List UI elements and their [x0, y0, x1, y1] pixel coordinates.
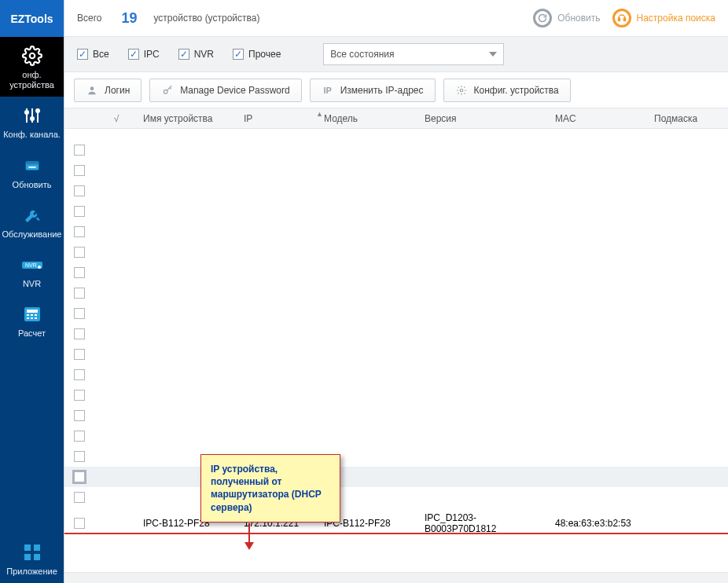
table-row[interactable] — [64, 160, 728, 181]
table-row[interactable] — [64, 283, 728, 303]
row-checkbox[interactable] — [74, 165, 85, 176]
filter-bar: Все IPC NVR Прочее Все состояния — [64, 37, 728, 72]
row-checkbox[interactable] — [74, 247, 85, 258]
table-row[interactable] — [64, 222, 728, 242]
table-row[interactable] — [64, 487, 728, 508]
row-checkbox[interactable] — [74, 518, 85, 529]
filter-nvr-checkbox[interactable]: NVR — [178, 49, 214, 60]
sidebar-item-app[interactable]: Приложение — [0, 534, 64, 583]
column-ip[interactable]: IP — [239, 113, 319, 124]
column-mac[interactable]: MAC — [550, 113, 649, 124]
row-checkbox[interactable] — [74, 288, 85, 299]
filter-label: Прочее — [248, 49, 281, 60]
svg-rect-25 — [618, 18, 620, 21]
table-row[interactable] — [64, 181, 728, 201]
button-label: Изменить IP-адрес — [340, 85, 424, 96]
table-row[interactable] — [64, 365, 728, 385]
table-row-device[interactable]: IPC-B112-PF28 172.10.1.221 IPC-B112-PF28… — [64, 514, 728, 534]
search-settings-button[interactable]: Настройка поиска — [612, 8, 715, 28]
table-row[interactable] — [64, 201, 728, 222]
row-checkbox[interactable] — [74, 390, 85, 401]
svg-rect-9 — [28, 166, 35, 167]
change-ip-button[interactable]: IP Изменить IP-адрес — [310, 79, 436, 102]
device-config-button[interactable]: Конфиг. устройства — [443, 79, 571, 102]
row-checkbox[interactable] — [74, 145, 85, 156]
column-model[interactable]: Модель — [319, 113, 420, 124]
app-logo: EZTools — [0, 0, 64, 37]
row-checkbox[interactable] — [74, 410, 85, 421]
filter-other-checkbox[interactable]: Прочее — [233, 49, 281, 60]
filter-all-checkbox[interactable]: Все — [77, 49, 109, 60]
row-checkbox[interactable] — [74, 451, 85, 462]
user-icon — [86, 84, 98, 97]
column-status[interactable]: √ — [94, 113, 138, 124]
table-row[interactable] — [64, 385, 728, 405]
table-row[interactable] — [64, 446, 728, 467]
topbar: Всего 19 устройство (устройства) Обновит… — [64, 0, 728, 37]
row-checkbox[interactable] — [74, 226, 85, 237]
column-mask[interactable]: Подмаска — [649, 113, 728, 124]
svg-point-2 — [25, 111, 28, 114]
gear-icon — [20, 45, 45, 67]
svg-point-27 — [90, 86, 94, 90]
svg-text:NVR: NVR — [25, 262, 37, 268]
row-checkbox[interactable] — [74, 185, 85, 196]
row-checkbox[interactable] — [74, 308, 85, 319]
svg-rect-19 — [31, 317, 33, 319]
row-checkbox[interactable] — [74, 492, 85, 503]
row-checkbox[interactable] — [74, 471, 85, 482]
sidebar-item-label: Обслуживание — [2, 229, 62, 240]
apps-icon — [20, 541, 45, 563]
total-count: 19 — [117, 10, 141, 27]
table-row[interactable] — [64, 324, 728, 344]
row-checkbox[interactable] — [74, 328, 85, 339]
refresh-label: Обновить — [557, 13, 600, 24]
row-checkbox[interactable] — [74, 267, 85, 278]
svg-rect-23 — [24, 554, 31, 560]
sidebar-item-nvr[interactable]: NVR NVR — [0, 246, 64, 295]
row-checkbox[interactable] — [74, 431, 85, 442]
svg-rect-17 — [35, 314, 37, 316]
callout-text: IP устройства, полученный от маршрутизат… — [211, 464, 322, 513]
total-label: Всего — [77, 13, 101, 24]
table-row[interactable] — [64, 242, 728, 262]
column-version[interactable]: Версия — [420, 113, 550, 124]
row-checkbox[interactable] — [74, 349, 85, 360]
svg-rect-14 — [27, 310, 38, 313]
sidebar-item-calc[interactable]: Расчет — [0, 295, 64, 345]
gear-icon — [455, 84, 468, 97]
svg-rect-22 — [34, 544, 40, 551]
filter-ipc-checkbox[interactable]: IPC — [128, 49, 160, 60]
table-row[interactable] — [64, 303, 728, 324]
refresh-button[interactable]: Обновить — [532, 8, 600, 28]
state-select[interactable]: Все состояния — [323, 43, 504, 65]
annotation-callout: IP устройства, полученный от маршрутизат… — [200, 454, 340, 522]
svg-rect-26 — [623, 18, 625, 21]
svg-point-6 — [36, 109, 39, 112]
sidebar-item-upgrade[interactable]: Обновить — [0, 147, 64, 196]
svg-point-12 — [38, 266, 41, 269]
sidebar-item-device-config[interactable]: онф. устройства — [0, 37, 64, 97]
table-row[interactable] — [64, 405, 728, 426]
table-row[interactable] — [64, 344, 728, 365]
sidebar: EZTools онф. устройства Конф. канала. Об… — [0, 0, 64, 583]
login-button[interactable]: Логин — [74, 79, 142, 102]
column-name[interactable]: Имя устройства — [138, 113, 239, 124]
table-row[interactable] — [64, 140, 728, 160]
row-checkbox[interactable] — [74, 206, 85, 217]
table-row[interactable] — [64, 467, 728, 487]
bottom-edge — [64, 572, 728, 583]
sidebar-item-maintenance[interactable]: Обслуживание — [0, 196, 64, 246]
table-row[interactable] — [64, 129, 728, 140]
button-label: Конфиг. устройства — [474, 85, 559, 96]
table-header: √ Имя устройства IP Модель Версия MAC По… — [64, 108, 728, 129]
sidebar-item-channel-config[interactable]: Конф. канала. — [0, 97, 64, 146]
row-checkbox[interactable] — [74, 369, 85, 380]
table-row[interactable] — [64, 262, 728, 283]
nvr-icon: NVR — [20, 254, 45, 276]
key-icon — [161, 84, 174, 97]
table-row[interactable] — [64, 426, 728, 446]
sidebar-item-label: Расчет — [18, 328, 46, 339]
manage-password-button[interactable]: Manage Device Password — [149, 79, 301, 102]
filter-label: NVR — [194, 49, 214, 60]
